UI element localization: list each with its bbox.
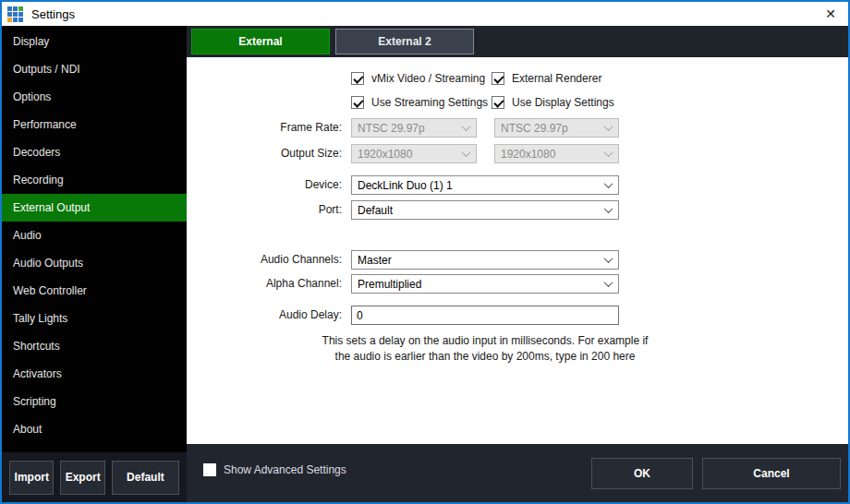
sidebar-item-activators[interactable]: Activators: [2, 360, 187, 388]
sidebar-item-scripting[interactable]: Scripting: [2, 388, 187, 415]
audio-delay-label: Audio Delay:: [187, 306, 342, 325]
main-panel: External External 2 vMix Video / Streami…: [187, 26, 848, 502]
sidebar-item-options[interactable]: Options: [2, 83, 187, 111]
output-size-label: Output Size:: [187, 144, 342, 163]
chevron-down-icon: [604, 122, 613, 131]
chevron-down-icon: [462, 148, 471, 157]
settings-window: Settings ✕ Display Outputs / NDI Options…: [0, 0, 850, 504]
show-advanced-settings-label: Show Advanced Settings: [224, 463, 346, 476]
audio-delay-help-text: This sets a delay on the audio input in …: [305, 333, 665, 365]
checkbox-label: External Renderer: [512, 72, 601, 85]
output-size-select-2: 1920x1080: [494, 144, 619, 163]
close-icon[interactable]: ✕: [815, 2, 846, 26]
alpha-channel-label: Alpha Channel:: [187, 274, 342, 294]
tab-external[interactable]: External: [191, 29, 330, 54]
cancel-button[interactable]: Cancel: [702, 458, 841, 489]
output-size-select-1: 1920x1080: [351, 144, 477, 163]
sidebar-nav: Display Outputs / NDI Options Performanc…: [2, 26, 187, 452]
chevron-down-icon: [604, 254, 613, 263]
sidebar-footer: Import Export Default: [2, 452, 187, 502]
audio-channels-select[interactable]: Master: [351, 250, 619, 270]
sidebar-item-audio-outputs[interactable]: Audio Outputs: [2, 249, 187, 277]
checkmark-icon: [492, 96, 504, 109]
dialog-footer: Show Advanced Settings OK Cancel: [187, 444, 848, 502]
port-label: Port:: [187, 200, 342, 220]
sidebar-item-shortcuts[interactable]: Shortcuts: [2, 332, 187, 360]
chevron-down-icon: [604, 179, 613, 188]
frame-rate-label: Frame Rate:: [187, 118, 342, 138]
sidebar: Display Outputs / NDI Options Performanc…: [2, 26, 187, 502]
sidebar-item-outputs-ndi[interactable]: Outputs / NDI: [2, 55, 187, 83]
device-select[interactable]: DeckLink Duo (1) 1: [351, 175, 619, 195]
ok-button[interactable]: OK: [591, 458, 693, 489]
chevron-down-icon: [604, 278, 613, 287]
port-select[interactable]: Default: [351, 200, 619, 220]
checkmark-icon: [351, 96, 364, 109]
checkbox-use-display-settings[interactable]: Use Display Settings: [492, 96, 614, 109]
default-button[interactable]: Default: [112, 461, 179, 495]
audio-channels-label: Audio Channels:: [187, 250, 342, 270]
device-label: Device:: [187, 175, 342, 195]
checkmark-icon: [351, 72, 364, 85]
checkbox-label: Use Display Settings: [512, 96, 614, 109]
sidebar-item-decoders[interactable]: Decoders: [2, 138, 187, 166]
alpha-channel-select[interactable]: Premultiplied: [351, 274, 619, 294]
export-button[interactable]: Export: [60, 461, 104, 495]
checkbox-external-renderer[interactable]: External Renderer: [492, 72, 601, 85]
chevron-down-icon: [604, 148, 613, 157]
show-advanced-settings-checkbox[interactable]: Show Advanced Settings: [203, 463, 346, 476]
tab-strip: External External 2: [187, 26, 848, 57]
sidebar-item-recording[interactable]: Recording: [2, 166, 187, 194]
external-output-form: vMix Video / Streaming External Renderer…: [187, 57, 848, 444]
sidebar-item-external-output[interactable]: External Output: [2, 194, 187, 222]
sidebar-item-about[interactable]: About: [2, 415, 187, 443]
sidebar-item-performance[interactable]: Performance: [2, 111, 187, 138]
sidebar-item-tally-lights[interactable]: Tally Lights: [2, 305, 187, 332]
sidebar-item-display[interactable]: Display: [2, 28, 187, 55]
sidebar-item-web-controller[interactable]: Web Controller: [2, 277, 187, 305]
window-title: Settings: [31, 7, 75, 21]
frame-rate-select-2: NTSC 29.97p: [494, 118, 619, 138]
import-button[interactable]: Import: [9, 461, 54, 495]
sidebar-item-audio[interactable]: Audio: [2, 222, 187, 249]
audio-delay-input[interactable]: [351, 306, 619, 325]
checkbox-label: Use Streaming Settings: [371, 96, 488, 109]
vmix-logo-icon: [7, 6, 23, 22]
checkmark-icon: [492, 72, 504, 85]
checkbox-vmix-video-streaming[interactable]: vMix Video / Streaming: [351, 72, 485, 85]
checkbox-label: vMix Video / Streaming: [371, 72, 485, 85]
chevron-down-icon: [604, 204, 613, 213]
chevron-down-icon: [462, 122, 471, 131]
checkbox-use-streaming-settings[interactable]: Use Streaming Settings: [351, 96, 488, 109]
tab-external-2[interactable]: External 2: [335, 29, 474, 54]
checkbox-icon: [203, 463, 216, 476]
frame-rate-select-1: NTSC 29.97p: [351, 118, 477, 138]
titlebar: Settings ✕: [2, 2, 848, 26]
